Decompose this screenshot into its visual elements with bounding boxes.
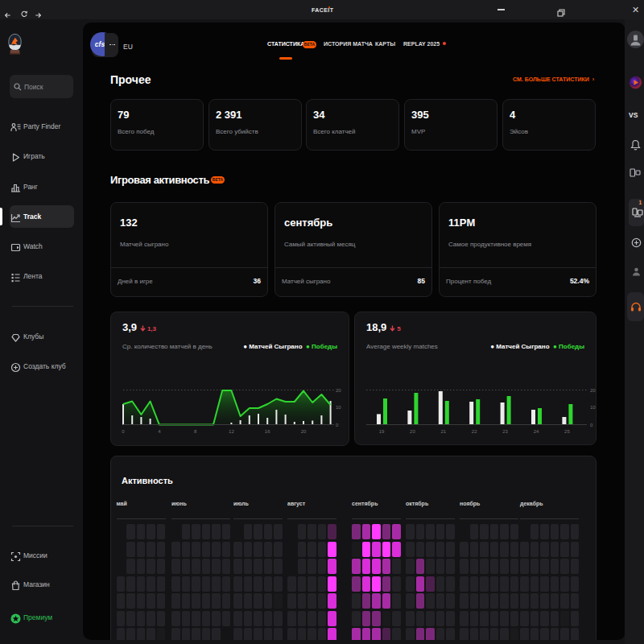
svg-text:4: 4 [158, 429, 161, 434]
svg-text:25: 25 [564, 429, 570, 434]
svg-text:19: 19 [379, 429, 385, 434]
svg-text:0: 0 [590, 423, 593, 427]
svg-text:23: 23 [502, 429, 508, 434]
svg-text:22: 22 [472, 429, 477, 434]
svg-text:8: 8 [194, 429, 197, 434]
svg-text:20: 20 [301, 429, 307, 434]
svg-text:21: 21 [440, 429, 446, 434]
svg-text:24: 24 [534, 429, 539, 434]
svg-text:10: 10 [336, 405, 341, 410]
svg-text:20: 20 [410, 429, 415, 434]
svg-text:0: 0 [122, 429, 125, 434]
svg-text:0: 0 [336, 423, 339, 427]
svg-text:16: 16 [265, 429, 270, 434]
svg-text:20: 20 [590, 388, 596, 393]
svg-text:12: 12 [229, 429, 234, 434]
svg-text:20: 20 [336, 388, 341, 393]
svg-text:10: 10 [590, 405, 596, 410]
